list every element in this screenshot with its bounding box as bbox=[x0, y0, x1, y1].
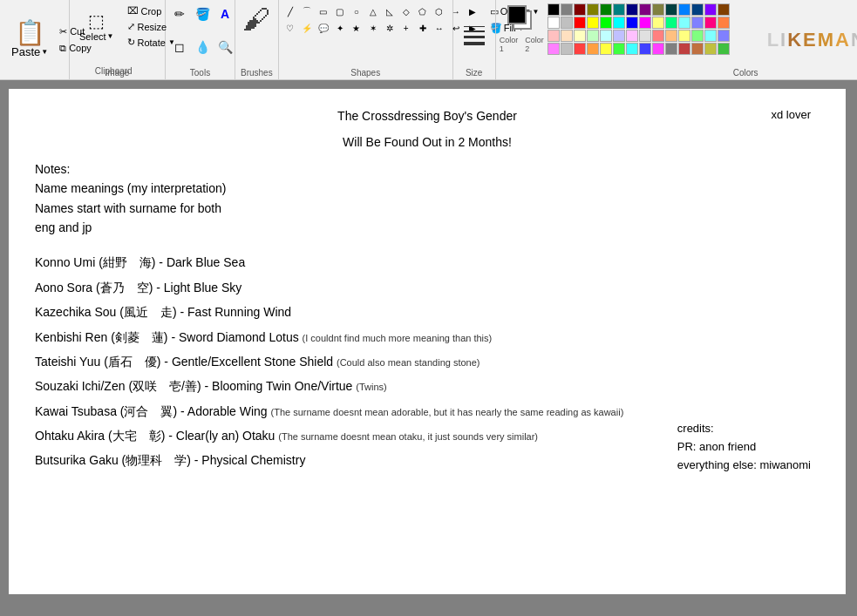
credits-bottom-line2: PR: anon friend bbox=[677, 438, 811, 457]
notes-header: Notes: bbox=[35, 159, 820, 179]
shapes-grid-row2: ♡ ⚡ 💬 ✦ ★ ✶ ✲ + ✚ ↔ ↩ ▶ bbox=[282, 20, 480, 36]
color-swatch[interactable] bbox=[587, 17, 599, 29]
color-swatch[interactable] bbox=[626, 30, 638, 42]
shape-star5[interactable]: ★ bbox=[349, 20, 364, 36]
color-swatch[interactable] bbox=[704, 43, 717, 55]
color-swatch[interactable] bbox=[587, 43, 599, 55]
shape-diamond[interactable]: ◇ bbox=[398, 3, 414, 19]
colorpicker-tool[interactable]: 💧 bbox=[192, 37, 213, 58]
color-swatch[interactable] bbox=[626, 3, 638, 16]
color-swatch[interactable] bbox=[574, 17, 586, 29]
shape-right-triangle[interactable]: ◺ bbox=[382, 3, 398, 19]
color-swatch[interactable] bbox=[704, 3, 717, 16]
color-swatch[interactable] bbox=[704, 30, 717, 42]
color-swatch[interactable] bbox=[718, 3, 730, 16]
fill-tool[interactable]: 🪣 bbox=[192, 3, 213, 24]
text-tool[interactable]: A bbox=[214, 3, 235, 24]
shape-triangle[interactable]: △ bbox=[365, 3, 381, 19]
color-swatch[interactable] bbox=[639, 3, 651, 16]
credits-bottom-line3: everything else: miwanomi bbox=[677, 457, 811, 475]
color-swatch[interactable] bbox=[613, 30, 625, 42]
shape-arrow-double[interactable]: ↔ bbox=[432, 20, 447, 36]
color-swatch[interactable] bbox=[652, 30, 664, 42]
crop-icon: ⌧ bbox=[127, 5, 139, 17]
color-swatch[interactable] bbox=[691, 43, 704, 55]
color-swatch[interactable] bbox=[600, 43, 612, 55]
color-swatch[interactable] bbox=[665, 17, 677, 29]
character-entry: Aono Sora (蒼乃 空) - Light Blue Sky bbox=[35, 278, 820, 297]
color-swatch[interactable] bbox=[561, 30, 573, 42]
cut-icon: ✂ bbox=[59, 26, 67, 37]
shape-rect[interactable]: ▭ bbox=[316, 3, 331, 19]
color-swatch[interactable] bbox=[548, 43, 560, 55]
color-swatch[interactable] bbox=[678, 17, 690, 29]
color-swatch[interactable] bbox=[587, 3, 599, 16]
color-swatch[interactable] bbox=[587, 30, 599, 42]
size-4px[interactable] bbox=[464, 42, 485, 45]
color-swatch[interactable] bbox=[704, 17, 717, 29]
color1-box[interactable] bbox=[507, 5, 527, 24]
color-swatch[interactable] bbox=[652, 17, 664, 29]
select-button[interactable]: ⬚ Select ▼ bbox=[73, 10, 120, 44]
color-swatch[interactable] bbox=[574, 30, 586, 42]
color-swatch[interactable] bbox=[626, 17, 638, 29]
shape-plus[interactable]: + bbox=[398, 20, 414, 36]
shape-hexagon[interactable]: ⬡ bbox=[432, 3, 447, 19]
color-swatch[interactable] bbox=[718, 43, 730, 55]
notes-line3: eng and jp bbox=[35, 218, 820, 237]
color-swatch[interactable] bbox=[561, 3, 573, 16]
color-swatch[interactable] bbox=[561, 17, 573, 29]
color-swatch[interactable] bbox=[600, 30, 612, 42]
magnifier-tool[interactable]: 🔍 bbox=[214, 37, 235, 58]
shape-star4[interactable]: ✦ bbox=[332, 20, 348, 36]
paste-button[interactable]: 📋 Paste ▼ bbox=[5, 3, 54, 76]
shape-arrow-4way[interactable]: ✚ bbox=[415, 20, 431, 36]
color-swatch[interactable] bbox=[561, 43, 573, 55]
size-1px[interactable] bbox=[464, 26, 485, 27]
size-3px[interactable] bbox=[464, 36, 485, 38]
color-swatch[interactable] bbox=[665, 3, 677, 16]
color-swatch[interactable] bbox=[548, 17, 560, 29]
shape-lightning[interactable]: ⚡ bbox=[299, 20, 315, 36]
shape-callout[interactable]: 💬 bbox=[316, 20, 331, 36]
color-swatch[interactable] bbox=[639, 17, 651, 29]
shape-curve[interactable]: ⌒ bbox=[299, 3, 315, 19]
color-swatch[interactable] bbox=[665, 30, 677, 42]
color-swatch[interactable] bbox=[548, 30, 560, 42]
eraser-tool[interactable]: ◻ bbox=[169, 37, 190, 58]
color-swatch[interactable] bbox=[574, 43, 586, 55]
shape-star6[interactable]: ✶ bbox=[365, 20, 381, 36]
color-swatch[interactable] bbox=[691, 17, 704, 29]
character-name: Kawai Tsubasa (河合 翼) - Adorable Wing (Th… bbox=[35, 402, 820, 421]
color-swatch[interactable] bbox=[678, 3, 690, 16]
shape-rounded-rect[interactable]: ▢ bbox=[332, 3, 348, 19]
color-swatch[interactable] bbox=[600, 17, 612, 29]
color-swatch[interactable] bbox=[600, 3, 612, 16]
color-swatch[interactable] bbox=[665, 43, 677, 55]
color-swatch[interactable] bbox=[678, 43, 690, 55]
brushes-button[interactable]: 🖌 bbox=[242, 3, 270, 36]
color-swatch[interactable] bbox=[718, 17, 730, 29]
color-swatch[interactable] bbox=[652, 43, 664, 55]
color-swatch[interactable] bbox=[691, 30, 704, 42]
canvas-area: The Crossdressing Boy's Gender Will Be F… bbox=[0, 80, 857, 616]
shape-ellipse[interactable]: ○ bbox=[349, 3, 364, 19]
color-swatch[interactable] bbox=[691, 3, 704, 16]
shape-heart[interactable]: ♡ bbox=[282, 20, 298, 36]
size-2px[interactable] bbox=[464, 30, 485, 32]
color-swatch[interactable] bbox=[613, 17, 625, 29]
shape-4pt[interactable]: ✲ bbox=[382, 20, 398, 36]
color-swatch[interactable] bbox=[548, 3, 560, 16]
color-swatch[interactable] bbox=[639, 30, 651, 42]
color-swatch[interactable] bbox=[678, 30, 690, 42]
color-swatch[interactable] bbox=[613, 43, 625, 55]
shape-line[interactable]: ╱ bbox=[282, 3, 298, 19]
color-swatch[interactable] bbox=[639, 43, 651, 55]
color-swatch[interactable] bbox=[613, 3, 625, 16]
color-swatch[interactable] bbox=[626, 43, 638, 55]
pencil-tool[interactable]: ✏ bbox=[169, 3, 190, 24]
shape-pentagon[interactable]: ⬠ bbox=[415, 3, 431, 19]
color-swatch[interactable] bbox=[574, 3, 586, 16]
color-swatch[interactable] bbox=[718, 30, 730, 42]
color-swatch[interactable] bbox=[652, 3, 664, 16]
